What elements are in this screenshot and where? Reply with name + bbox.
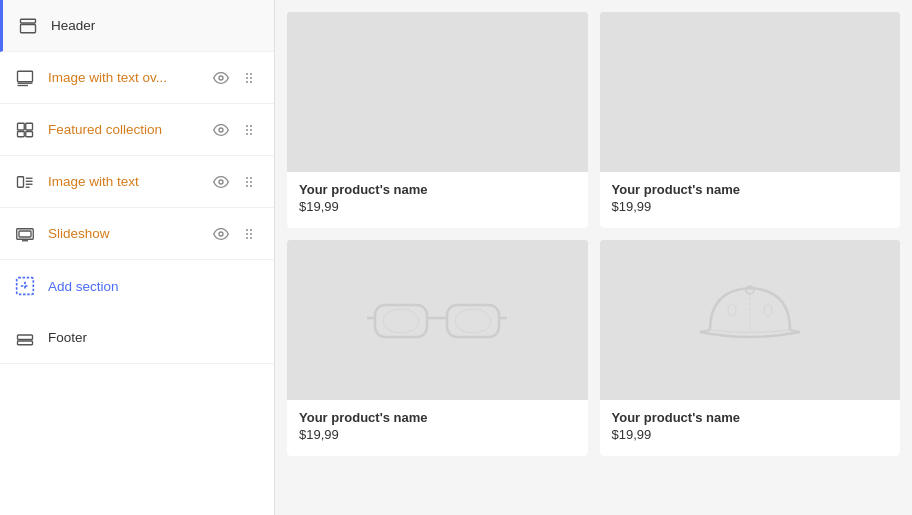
svg-point-38 bbox=[219, 232, 223, 236]
products-grid: Your product's name $19,99 Your product'… bbox=[275, 0, 912, 468]
svg-point-59 bbox=[764, 304, 772, 316]
product-info-4: Your product's name $19,99 bbox=[600, 400, 901, 456]
sidebar-item-slideshow[interactable]: Slideshow bbox=[0, 208, 274, 260]
product-card-3: Your product's name $19,99 bbox=[287, 240, 588, 456]
sidebar-item-featured-collection[interactable]: Featured collection bbox=[0, 104, 274, 156]
svg-point-41 bbox=[246, 233, 248, 235]
svg-point-58 bbox=[728, 304, 736, 316]
image-text-overlay-icon bbox=[14, 67, 36, 89]
product-image-1 bbox=[287, 12, 588, 172]
svg-point-22 bbox=[250, 133, 252, 135]
product-name-4: Your product's name bbox=[612, 410, 889, 425]
product-price-3: $19,99 bbox=[299, 427, 576, 442]
svg-rect-14 bbox=[18, 131, 25, 136]
svg-rect-13 bbox=[26, 123, 33, 130]
svg-rect-49 bbox=[18, 335, 33, 340]
product-price-4: $19,99 bbox=[612, 427, 889, 442]
slideshow-icon bbox=[14, 223, 36, 245]
product-info-1: Your product's name $19,99 bbox=[287, 172, 588, 228]
sidebar: Header Image with text ov... bbox=[0, 0, 275, 515]
drag-handle-icon-fc[interactable] bbox=[238, 119, 260, 141]
svg-point-34 bbox=[250, 185, 252, 187]
svg-point-56 bbox=[455, 309, 491, 333]
svg-rect-12 bbox=[18, 123, 25, 130]
item-actions-it bbox=[210, 171, 260, 193]
svg-rect-2 bbox=[18, 71, 33, 82]
svg-rect-15 bbox=[26, 131, 33, 136]
product-image-2 bbox=[600, 12, 901, 172]
product-image-4 bbox=[600, 240, 901, 400]
footer-icon bbox=[14, 327, 36, 349]
product-price-2: $19,99 bbox=[612, 199, 889, 214]
product-name-3: Your product's name bbox=[299, 410, 576, 425]
product-name-2: Your product's name bbox=[612, 182, 889, 197]
add-section-label: Add section bbox=[48, 279, 119, 294]
svg-point-30 bbox=[250, 177, 252, 179]
item-actions bbox=[210, 67, 260, 89]
svg-rect-36 bbox=[19, 231, 31, 237]
sidebar-item-slideshow-label: Slideshow bbox=[48, 226, 204, 241]
sidebar-item-header[interactable]: Header bbox=[0, 0, 274, 52]
eye-icon-it[interactable] bbox=[210, 171, 232, 193]
svg-rect-48 bbox=[18, 341, 33, 345]
svg-point-32 bbox=[250, 181, 252, 183]
svg-point-44 bbox=[250, 237, 252, 239]
svg-point-18 bbox=[250, 125, 252, 127]
sidebar-item-image-text[interactable]: Image with text bbox=[0, 156, 274, 208]
svg-point-39 bbox=[246, 229, 248, 231]
drag-handle-icon-it[interactable] bbox=[238, 171, 260, 193]
sidebar-item-header-label: Header bbox=[51, 18, 260, 33]
main-content: Your product's name $19,99 Your product'… bbox=[275, 0, 912, 515]
image-text-icon bbox=[14, 171, 36, 193]
item-actions-fc bbox=[210, 119, 260, 141]
svg-point-16 bbox=[219, 128, 223, 132]
svg-rect-23 bbox=[18, 176, 24, 187]
svg-point-29 bbox=[246, 177, 248, 179]
drag-handle-icon-ss[interactable] bbox=[238, 223, 260, 245]
product-price-1: $19,99 bbox=[299, 199, 576, 214]
svg-point-21 bbox=[246, 133, 248, 135]
svg-point-7 bbox=[250, 73, 252, 75]
eye-icon-fc[interactable] bbox=[210, 119, 232, 141]
svg-point-40 bbox=[250, 229, 252, 231]
sidebar-item-featured-collection-label: Featured collection bbox=[48, 122, 204, 137]
eye-icon[interactable] bbox=[210, 67, 232, 89]
add-section-button[interactable]: Add section bbox=[0, 260, 274, 312]
svg-point-42 bbox=[250, 233, 252, 235]
eye-icon-ss[interactable] bbox=[210, 223, 232, 245]
svg-point-19 bbox=[246, 129, 248, 131]
header-icon bbox=[17, 15, 39, 37]
svg-point-31 bbox=[246, 181, 248, 183]
sidebar-item-footer-label: Footer bbox=[48, 330, 260, 345]
svg-point-55 bbox=[383, 309, 419, 333]
product-card-1: Your product's name $19,99 bbox=[287, 12, 588, 228]
sidebar-item-image-text-overlay[interactable]: Image with text ov... bbox=[0, 52, 274, 104]
svg-point-9 bbox=[250, 77, 252, 79]
svg-point-11 bbox=[250, 81, 252, 83]
sidebar-item-image-text-label: Image with text bbox=[48, 174, 204, 189]
product-image-3 bbox=[287, 240, 588, 400]
svg-point-17 bbox=[246, 125, 248, 127]
svg-point-33 bbox=[246, 185, 248, 187]
svg-rect-1 bbox=[21, 24, 36, 32]
svg-point-43 bbox=[246, 237, 248, 239]
product-name-1: Your product's name bbox=[299, 182, 576, 197]
drag-handle-icon[interactable] bbox=[238, 67, 260, 89]
item-actions-ss bbox=[210, 223, 260, 245]
sidebar-item-footer[interactable]: Footer bbox=[0, 312, 274, 364]
svg-point-6 bbox=[246, 73, 248, 75]
product-info-3: Your product's name $19,99 bbox=[287, 400, 588, 456]
svg-rect-0 bbox=[21, 19, 36, 23]
svg-point-10 bbox=[246, 81, 248, 83]
svg-point-5 bbox=[219, 76, 223, 80]
product-card-2: Your product's name $19,99 bbox=[600, 12, 901, 228]
svg-point-28 bbox=[219, 180, 223, 184]
sidebar-item-image-text-overlay-label: Image with text ov... bbox=[48, 70, 204, 85]
add-section-icon bbox=[14, 275, 36, 297]
svg-point-8 bbox=[246, 77, 248, 79]
svg-point-20 bbox=[250, 129, 252, 131]
featured-collection-icon bbox=[14, 119, 36, 141]
product-card-4: Your product's name $19,99 bbox=[600, 240, 901, 456]
product-info-2: Your product's name $19,99 bbox=[600, 172, 901, 228]
